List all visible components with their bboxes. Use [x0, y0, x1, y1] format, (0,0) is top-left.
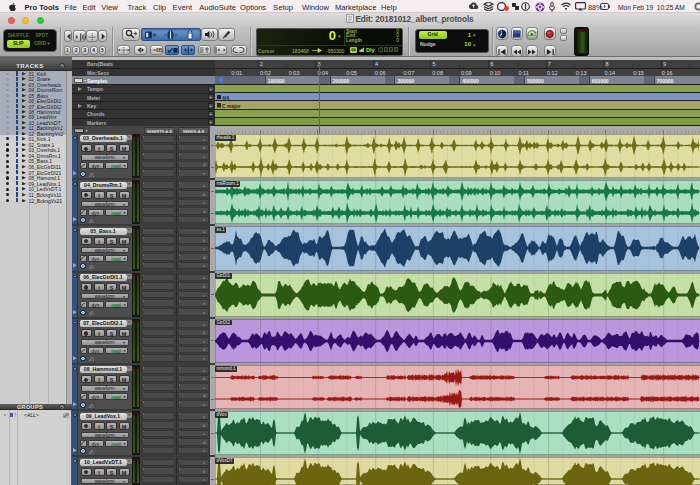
svg-text:B: B — [158, 47, 162, 53]
